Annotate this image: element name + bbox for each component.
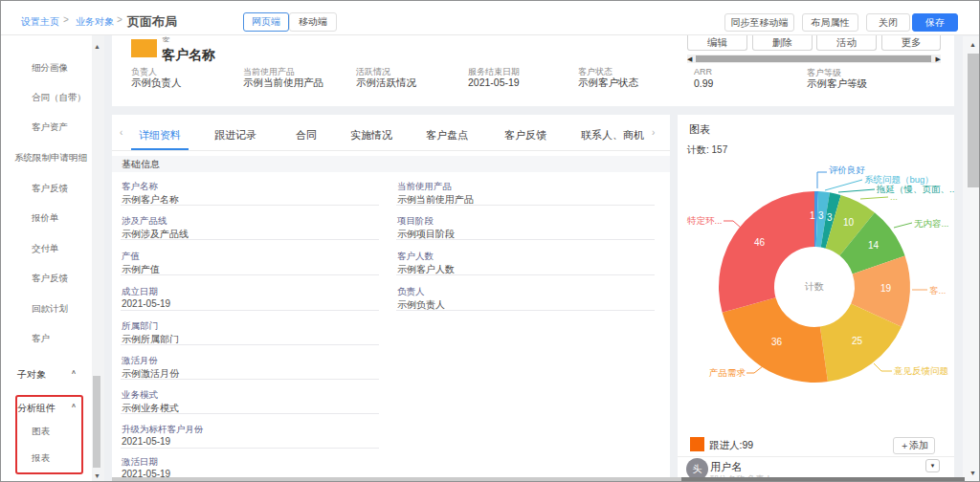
svg-text:1: 1 [810,210,815,221]
svg-text:14: 14 [868,240,880,251]
svg-text:46: 46 [754,237,766,248]
svg-text:无内容...: 无内容... [914,218,948,229]
svg-text:评价良好: 评价良好 [829,164,866,175]
svg-text:拖延（慢、页面、...: 拖延（慢、页面、... [876,184,954,194]
svg-text:3: 3 [818,210,824,221]
svg-text:36: 36 [771,337,783,347]
svg-text:...: ... [890,191,898,202]
svg-text:19: 19 [880,283,892,294]
svg-text:客...: 客... [929,285,946,296]
svg-text:意见反馈问题: 意见反馈问题 [893,365,948,376]
svg-text:25: 25 [852,336,863,346]
svg-text:10: 10 [843,217,855,228]
svg-text:计数: 计数 [804,281,824,292]
svg-text:产品需求: 产品需求 [709,367,746,378]
svg-text:特定环...: 特定环... [687,215,722,226]
svg-text:3: 3 [827,212,833,223]
